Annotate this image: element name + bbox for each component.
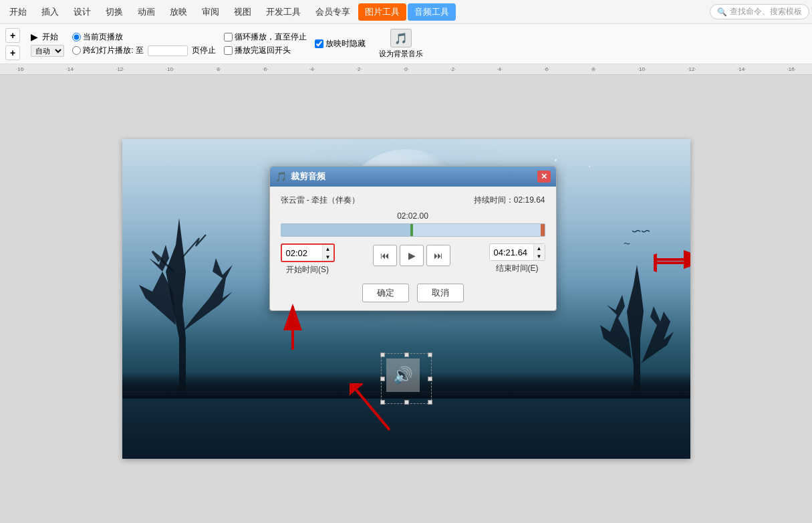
start-time-spinners: ▲ ▼ (322, 245, 333, 261)
arrow-end-time (654, 249, 687, 278)
start-time-up[interactable]: ▲ (323, 245, 333, 253)
end-time-down[interactable]: ▼ (534, 252, 545, 260)
current-page-label: 当前页播放 (83, 31, 123, 43)
ok-button[interactable]: 确定 (362, 284, 409, 302)
dialog-buttons: 确定 取消 (281, 284, 545, 302)
progress-end-marker (541, 224, 545, 236)
hide-label: 放映时隐藏 (325, 38, 366, 49)
plus-icon-1: + (10, 30, 15, 41)
end-time-label: 结束时间(E) (496, 263, 539, 274)
start-time-input-box: ▲ ▼ (281, 243, 335, 262)
bg-music-label: 设为背景音乐 (379, 49, 423, 59)
current-time-display: 02:02.00 (281, 211, 545, 221)
duration-label: 持续时间：02:19.64 (474, 195, 545, 206)
rewind-checkbox-group[interactable]: 播放完返回开头 (224, 45, 291, 56)
start-time-down[interactable]: ▼ (323, 253, 333, 261)
hide-checkbox-group[interactable]: 放映时隐藏 (315, 38, 366, 49)
menu-devtools[interactable]: 开发工具 (259, 3, 307, 21)
current-page-radio-group[interactable]: 当前页播放 (72, 31, 123, 43)
menu-vip[interactable]: 会员专享 (309, 3, 357, 21)
hide-checkbox[interactable] (315, 39, 323, 48)
menu-start[interactable]: 开始 (3, 3, 33, 21)
options-section: 当前页播放 跨幻灯片播放: 至 页停止 (72, 31, 216, 56)
current-page-radio[interactable] (72, 33, 81, 41)
rewind-checkbox[interactable] (224, 46, 233, 55)
end-time-spinners: ▲ ▼ (533, 244, 545, 260)
crop-audio-dialog: 🎵 裁剪音频 ✕ 张云雷 - 牵挂（伴奏） 持续时间：02:19.64 02:0… (269, 166, 557, 311)
loop-checkbox[interactable] (224, 33, 233, 41)
cross-slide-radio-group[interactable]: 跨幻灯片播放: 至 (72, 45, 144, 56)
menu-playback[interactable]: 放映 (163, 3, 194, 21)
playback-buttons: ⏮ ▶ ⏭ (373, 245, 450, 266)
toolbar: + + ▶ 开始 自动 当前页播放 跨幻灯片播放: 至 (0, 24, 812, 64)
start-time-input[interactable] (282, 245, 322, 261)
end-time-up[interactable]: ▲ (534, 244, 545, 252)
cancel-button[interactable]: 取消 (417, 284, 464, 302)
menu-design[interactable]: 设计 (67, 3, 98, 21)
stop-label: 页停止 (192, 45, 216, 56)
controls-row: ▲ ▼ 开始时间(S) ⏮ ▶ ⏭ (281, 243, 545, 276)
plus-icon-2: + (10, 47, 15, 58)
end-time-input[interactable] (490, 245, 533, 260)
dialog-close-button[interactable]: ✕ (537, 171, 551, 183)
song-name: 张云雷 - 牵挂（伴奏） (281, 195, 360, 206)
menu-pic-tools[interactable]: 图片工具 (358, 3, 406, 21)
dialog-body: 张云雷 - 牵挂（伴奏） 持续时间：02:19.64 02:02.00 (270, 187, 556, 310)
dialog-title-bar: 🎵 裁剪音频 ✕ (270, 167, 556, 187)
progress-fill (281, 224, 413, 236)
cross-slide-radio[interactable] (72, 46, 81, 55)
hide-section: 放映时隐藏 (315, 38, 366, 49)
bg-music-btn[interactable]: 🎵 设为背景音乐 (374, 27, 428, 60)
menu-bar: 开始 插入 设计 切换 动画 放映 审阅 视图 开发工具 会员专享 图片工具 音… (0, 0, 812, 24)
add-btn-2[interactable]: + (5, 45, 20, 60)
start-time-label: 开始时间(S) (286, 264, 329, 276)
svg-line-1 (356, 390, 390, 430)
bg-music-icon: 🎵 (390, 29, 412, 47)
menu-review[interactable]: 审阅 (195, 3, 226, 21)
rewind-label: 播放完返回开头 (235, 45, 291, 56)
add-btn-1[interactable]: + (5, 28, 20, 43)
start-label: 开始 (42, 31, 58, 43)
dialog-title: 裁剪音频 (291, 171, 325, 183)
loop-label: 循环播放，直至停止 (235, 31, 307, 43)
checkboxes-section: 循环播放，直至停止 播放完返回开头 (224, 31, 307, 56)
canvas-area: 〜〜 〜 (0, 75, 812, 523)
menu-audio-tools[interactable]: 音频工具 (408, 3, 456, 21)
cross-slide-input[interactable] (148, 45, 188, 56)
menu-animation[interactable]: 动画 (131, 3, 162, 21)
playback-section: ▶ 开始 自动 (31, 31, 64, 57)
ruler: ·16··14··12··10··8··6··4··2··0··2··4··6·… (0, 64, 812, 75)
slide-frame: 〜〜 〜 (122, 139, 690, 459)
arrow-1 (350, 383, 403, 439)
start-time-group: ▲ ▼ 开始时间(S) (281, 243, 335, 276)
arrow-start-time (269, 300, 316, 355)
dialog-icon: 🎵 (275, 171, 287, 182)
search-placeholder: 查找命令、搜索模板 (730, 6, 802, 17)
loop-checkbox-group[interactable]: 循环播放，直至停止 (224, 31, 307, 43)
step-forward-button[interactable]: ⏭ (426, 245, 450, 266)
progress-bar[interactable] (281, 223, 545, 237)
play-button[interactable]: ▶ (400, 245, 424, 266)
play-icon: ▶ (31, 31, 38, 42)
search-icon: 🔍 (717, 7, 727, 17)
menu-switch[interactable]: 切换 (99, 3, 130, 21)
end-time-group: ▲ ▼ 结束时间(E) (489, 243, 545, 274)
cross-slide-label: 跨幻灯片播放: 至 (83, 45, 144, 56)
step-back-button[interactable]: ⏮ (373, 245, 397, 266)
dialog-info-row: 张云雷 - 牵挂（伴奏） 持续时间：02:19.64 (281, 195, 545, 206)
progress-marker (410, 224, 413, 236)
auto-select[interactable]: 自动 (31, 45, 64, 57)
menu-insert[interactable]: 插入 (35, 3, 65, 21)
menu-view[interactable]: 视图 (227, 3, 258, 21)
search-area[interactable]: 🔍 查找命令、搜索模板 (710, 4, 809, 19)
end-time-input-box: ▲ ▼ (489, 243, 545, 261)
